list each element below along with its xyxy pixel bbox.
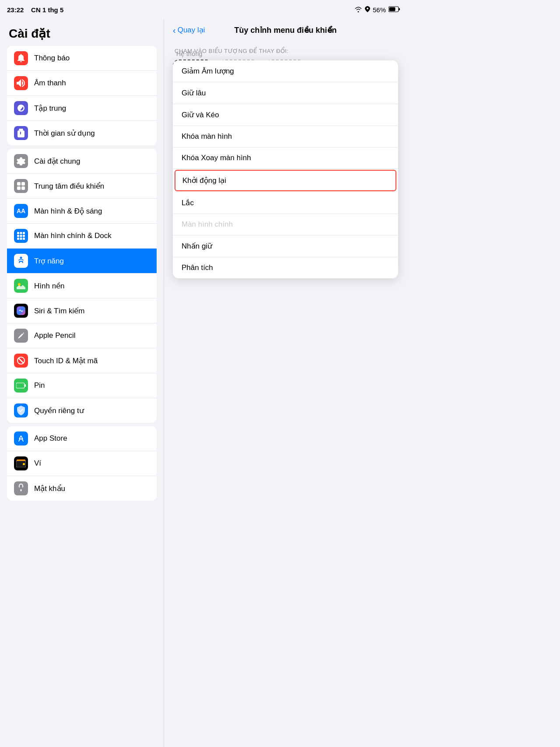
dropdown-item-nhan-giu[interactable]: Nhấn giữ	[173, 235, 398, 257]
sounds-label: Âm thanh	[34, 79, 66, 88]
svg-rect-19	[17, 238, 19, 240]
display-label: Màn hình & Độ sáng	[34, 207, 102, 216]
screentime-label: Thời gian sử dụng	[34, 129, 95, 138]
sidebar-item-appstore[interactable]: App Store	[7, 426, 157, 451]
dropdown-item-phan-tich[interactable]: Phân tích	[173, 257, 398, 278]
svg-rect-4	[19, 129, 23, 130]
svg-rect-20	[20, 238, 22, 240]
dropdown-item-khoi-dong-lai[interactable]: Khởi động lại	[175, 170, 396, 191]
sounds-icon	[14, 76, 28, 90]
sidebar-item-display[interactable]: AA Màn hình & Độ sáng	[7, 199, 157, 224]
svg-rect-10	[21, 182, 25, 186]
sidebar-item-accessibility[interactable]: Trợ năng	[7, 249, 157, 274]
wallpaper-label: Hình nền	[34, 281, 65, 291]
sidebar-section-3: App Store Ví	[7, 426, 157, 501]
svg-rect-15	[23, 232, 25, 234]
screentime-icon	[14, 126, 28, 140]
svg-rect-34	[21, 490, 21, 491]
svg-rect-7	[21, 132, 22, 134]
wallpaper-icon	[14, 279, 28, 293]
wallet-label: Ví	[34, 459, 41, 468]
svg-point-0	[367, 7, 368, 9]
sidebar: Cài đặt Thông báo Âm thanh	[0, 19, 164, 747]
svg-point-22	[20, 257, 22, 259]
sidebar-item-general[interactable]: Cài đặt chung	[7, 149, 157, 174]
passwords-label: Mật khẩu	[34, 484, 65, 493]
dropdown-item-giu-lau[interactable]: Giữ lâu	[173, 82, 398, 104]
svg-rect-17	[20, 235, 22, 237]
pencil-label: Apple Pencil	[34, 331, 76, 340]
dropdown-item-khoa-xoay[interactable]: Khóa Xoay màn hình	[173, 147, 398, 169]
status-icons: 56%	[354, 6, 400, 14]
dropdown-item-khoa-man-hinh[interactable]: Khóa màn hình	[173, 126, 398, 147]
sidebar-item-screentime[interactable]: Thời gian sử dụng	[7, 121, 157, 145]
status-time: 23:22	[7, 6, 24, 14]
sidebar-item-battery[interactable]: Pin	[7, 373, 157, 398]
sidebar-item-touchid[interactable]: Touch ID & Mật mã	[7, 348, 157, 373]
svg-rect-9	[17, 182, 21, 186]
sidebar-item-notifications[interactable]: Thông báo	[7, 46, 157, 71]
sidebar-item-siri[interactable]: Siri & Tìm kiếm	[7, 298, 157, 323]
battery-icon	[388, 6, 400, 14]
notifications-label: Thông báo	[34, 54, 70, 63]
control-icon	[14, 179, 28, 193]
appstore-label: App Store	[34, 434, 67, 443]
sidebar-item-privacy[interactable]: Quyền riêng tư	[7, 398, 157, 423]
right-panel: ‹ Quay lại Tùy chỉnh menu điều khiển CHẠ…	[164, 19, 407, 747]
svg-rect-31	[23, 463, 25, 465]
app-container: Cài đặt Thông báo Âm thanh	[0, 19, 407, 747]
homescreen-icon	[14, 229, 28, 243]
svg-rect-12	[21, 186, 25, 190]
appstore-icon	[14, 431, 28, 445]
sidebar-item-sounds[interactable]: Âm thanh	[7, 71, 157, 96]
dropdown-item-giam-am[interactable]: Giảm Âm lượng	[173, 60, 398, 82]
sidebar-section-1: Thông báo Âm thanh Tập trung	[7, 46, 157, 145]
wallet-icon	[14, 456, 28, 470]
notifications-icon	[14, 51, 28, 65]
back-chevron-icon: ‹	[173, 26, 176, 35]
passwords-icon	[14, 481, 28, 495]
sidebar-item-wallpaper[interactable]: Hình nền	[7, 274, 157, 298]
page-title: Tùy chỉnh menu điều khiển	[234, 25, 337, 35]
battery-sidebar-icon	[14, 379, 28, 393]
focus-icon	[14, 101, 28, 115]
svg-rect-16	[17, 235, 19, 237]
sidebar-item-focus[interactable]: Tập trung	[7, 96, 157, 121]
dropdown-item-man-hinh-chinh: Màn hình chính	[173, 214, 398, 235]
status-bar: 23:22 CN 1 thg 5 56%	[0, 0, 407, 19]
general-label: Cài đặt chung	[34, 157, 80, 166]
dropdown-section-label: Hệ thống	[176, 50, 202, 57]
svg-rect-3	[399, 8, 400, 10]
status-day: CN 1 thg 5	[31, 6, 63, 14]
battery-percentage: 56%	[373, 6, 386, 14]
sidebar-item-wallet[interactable]: Ví	[7, 451, 157, 476]
control-label: Trung tâm điều khiển	[34, 182, 104, 191]
privacy-label: Quyền riêng tư	[34, 406, 84, 415]
accessibility-icon	[14, 254, 28, 268]
pencil-icon	[14, 329, 28, 343]
focus-label: Tập trung	[34, 104, 66, 113]
svg-rect-2	[389, 7, 396, 11]
svg-rect-18	[23, 235, 25, 237]
sidebar-section-2: Cài đặt chung Trung tâm điều khiển AA	[7, 149, 157, 423]
siri-icon	[14, 304, 28, 318]
back-button[interactable]: ‹ Quay lại	[173, 25, 205, 35]
touchid-label: Touch ID & Mật mã	[34, 356, 98, 365]
dropdown-item-lac[interactable]: Lắc	[173, 192, 398, 214]
sidebar-item-control[interactable]: Trung tâm điều khiển	[7, 174, 157, 199]
display-icon: AA	[14, 204, 28, 218]
battery-label: Pin	[34, 381, 45, 390]
sidebar-title: Cài đặt	[0, 19, 164, 46]
svg-rect-21	[23, 238, 25, 240]
wifi-icon	[354, 6, 362, 14]
siri-label: Siri & Tìm kiếm	[34, 306, 84, 316]
dropdown-section-header: Hệ thống	[173, 50, 398, 60]
dropdown-item-giu-keo[interactable]: Giữ và Kéo	[173, 104, 398, 126]
dropdown-overlay: Hệ thống Giảm Âm lượng Giữ lâu Giữ và Ké…	[173, 50, 398, 278]
svg-rect-6	[20, 132, 21, 134]
status-time-date: 23:22 CN 1 thg 5	[7, 6, 63, 14]
sidebar-item-homescreen[interactable]: Màn hình chính & Dock	[7, 224, 157, 249]
svg-rect-11	[17, 186, 21, 190]
sidebar-item-pencil[interactable]: Apple Pencil	[7, 323, 157, 348]
sidebar-item-passwords[interactable]: Mật khẩu	[7, 476, 157, 501]
